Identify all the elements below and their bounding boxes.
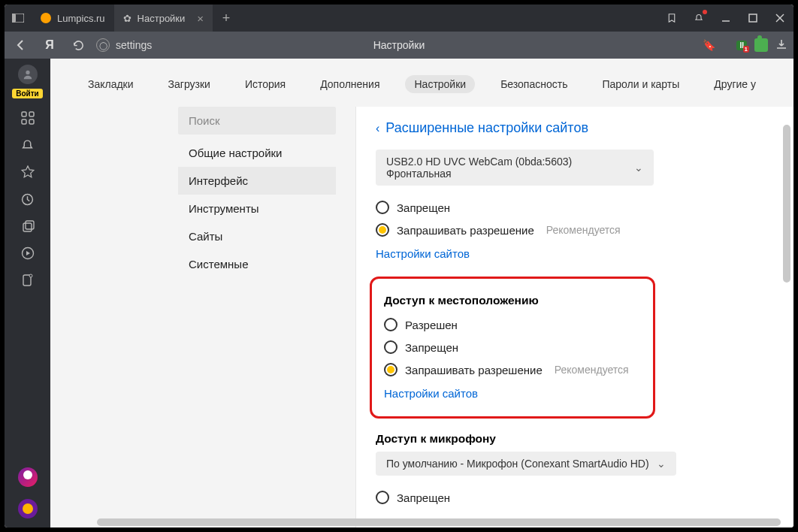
mic-title: Доступ к микрофону [376, 432, 780, 446]
radio-icon [376, 491, 389, 504]
svg-rect-10 [29, 119, 34, 124]
radio-label: Запрашивать разрешение [397, 224, 534, 237]
mic-blocked-radio[interactable]: Запрещен [376, 486, 780, 509]
location-blocked-radio[interactable]: Запрещен [384, 336, 641, 358]
page-title: Настройки [373, 39, 425, 51]
collections-icon[interactable] [20, 219, 35, 234]
sidebar-item-sites[interactable]: Сайты [178, 222, 336, 250]
tab-lumpics[interactable]: Lumpics.ru [32, 5, 114, 32]
select-value: USB2.0 HD UVC WebCam (0bda:5603) Фронтал… [386, 156, 634, 180]
vertical-scrollbar[interactable] [783, 125, 790, 520]
sidebar-item-interface[interactable]: Интерфейс [178, 167, 336, 195]
avatar[interactable] [18, 65, 38, 84]
chevron-down-icon: ⌄ [634, 162, 643, 174]
tab-label: Lumpics.ru [57, 13, 105, 24]
radio-icon [376, 223, 389, 237]
back-button[interactable] [11, 39, 32, 51]
recommended-label: Рекомендуется [546, 224, 621, 236]
url-text: settings [116, 39, 152, 51]
window-titlebar: Lumpics.ru ✿ Настройки × + [5, 5, 793, 32]
sidebar-item-tools[interactable]: Инструменты [178, 195, 336, 222]
radio-icon [376, 201, 389, 214]
apps-grid-icon[interactable] [20, 110, 35, 125]
panel-toggle-icon[interactable] [5, 5, 32, 32]
mic-select[interactable]: По умолчанию - Микрофон (Conexant SmartA… [376, 452, 676, 476]
location-allowed-radio[interactable]: Разрешен [384, 313, 641, 336]
settings-panel: ‹ Расширенные настройки сайтов USB2.0 HD… [355, 107, 793, 527]
left-sidebar: Войти [5, 59, 50, 527]
login-button[interactable]: Войти [12, 89, 43, 98]
camera-select[interactable]: USB2.0 HD UVC WebCam (0bda:5603) Фронтал… [376, 150, 654, 186]
device-icon[interactable] [20, 273, 35, 288]
radio-icon [384, 363, 397, 376]
radio-label: Запрещен [397, 491, 450, 504]
yandex-logo-icon[interactable]: Я [39, 38, 60, 52]
nav-addons[interactable]: Дополнения [311, 75, 388, 93]
maximize-button[interactable] [739, 5, 766, 32]
play-icon[interactable] [20, 246, 35, 261]
reload-button[interactable] [68, 40, 89, 51]
recommended-label: Рекомендуется [555, 364, 629, 376]
new-tab-button[interactable]: + [213, 5, 240, 32]
extensions-icon[interactable] [754, 38, 768, 52]
alice-icon[interactable] [18, 467, 38, 487]
site-settings-link[interactable]: Настройки сайтов [384, 381, 478, 406]
search-input[interactable]: Поиск [178, 107, 336, 135]
scrollbar-thumb[interactable] [783, 125, 790, 283]
svg-rect-8 [29, 112, 34, 116]
svg-rect-9 [22, 119, 26, 124]
bell-icon[interactable] [20, 138, 35, 153]
nav-downloads[interactable]: Загрузки [159, 75, 219, 93]
assistant-icon[interactable] [18, 499, 38, 518]
nav-security[interactable]: Безопасность [491, 75, 576, 93]
location-title: Доступ к местоположению [384, 294, 641, 307]
nav-settings[interactable]: Настройки [405, 75, 475, 93]
nav-passwords[interactable]: Пароли и карты [593, 75, 688, 93]
extension-badge[interactable]: II [736, 41, 747, 50]
gear-icon: ✿ [123, 13, 131, 24]
camera-ask-radio[interactable]: Запрашивать разрешение Рекомендуется [376, 219, 780, 241]
radio-label: Запрещен [405, 341, 458, 354]
settings-page: Закладки Загрузки История Дополнения Нас… [50, 59, 793, 527]
tab-settings[interactable]: ✿ Настройки × [114, 5, 213, 32]
tab-label: Настройки [138, 13, 186, 24]
history-icon[interactable] [20, 192, 35, 207]
radio-label: Запрашивать разрешение [405, 364, 543, 376]
radio-icon [384, 318, 397, 331]
scrollbar-thumb[interactable] [97, 518, 781, 526]
horizontal-scrollbar[interactable] [97, 518, 780, 526]
svg-point-16 [29, 274, 32, 277]
close-button[interactable] [766, 5, 793, 32]
radio-label: Разрешен [405, 319, 458, 331]
bookmark-icon[interactable]: 🔖 [703, 39, 715, 51]
star-icon[interactable] [20, 165, 35, 180]
camera-blocked-radio[interactable]: Запрещен [376, 196, 780, 219]
svg-rect-1 [12, 14, 16, 23]
site-settings-link[interactable]: Настройки сайтов [376, 241, 470, 266]
nav-history[interactable]: История [236, 75, 295, 93]
breadcrumb-label: Расширенные настройки сайтов [385, 120, 588, 136]
svg-rect-13 [26, 221, 34, 229]
sidebar-item-general[interactable]: Общие настройки [178, 139, 336, 167]
close-icon[interactable]: × [191, 12, 204, 25]
nav-bookmarks[interactable]: Закладки [79, 75, 143, 93]
minimize-button[interactable] [712, 5, 739, 32]
site-info-icon[interactable]: ◯ [96, 38, 110, 52]
tab-favicon [41, 13, 51, 23]
downloads-icon[interactable] [775, 38, 787, 53]
bookmark-ribbon-icon[interactable] [658, 5, 685, 32]
breadcrumb[interactable]: ‹ Расширенные настройки сайтов [376, 120, 780, 136]
chevron-left-icon: ‹ [376, 122, 379, 135]
svg-point-6 [26, 71, 29, 74]
location-ask-radio[interactable]: Запрашивать разрешение Рекомендуется [384, 358, 641, 381]
svg-rect-7 [22, 112, 26, 116]
url-field[interactable]: ◯ settings [96, 38, 152, 52]
sidebar-item-system[interactable]: Системные [178, 250, 336, 278]
settings-sidebar: Поиск Общие настройки Интерфейс Инструме… [178, 107, 336, 527]
svg-rect-12 [23, 223, 32, 231]
svg-rect-3 [749, 14, 757, 22]
nav-other[interactable]: Другие у [705, 75, 765, 93]
location-section-highlight: Доступ к местоположению Разрешен Запреще… [370, 277, 655, 419]
notifications-icon[interactable] [685, 5, 712, 32]
radio-icon [384, 340, 397, 354]
